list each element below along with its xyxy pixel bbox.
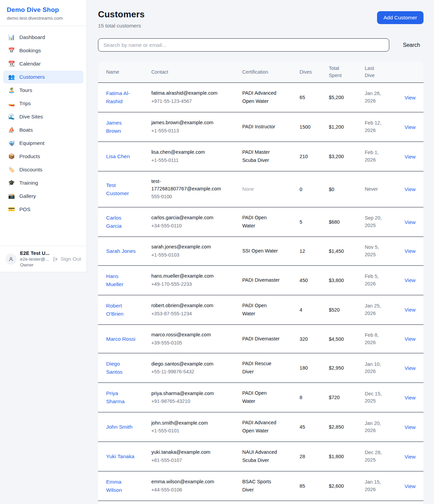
sidebar-item-dive-sites[interactable]: 🌊 Dive Sites	[3, 110, 83, 123]
customer-last-dive: Jan 20, 2026	[365, 420, 389, 435]
customer-total-spent: $2,600	[325, 471, 361, 501]
customer-phone: +1-555-0113	[151, 127, 234, 135]
dashboard-icon: 📊	[8, 35, 15, 40]
column-header-last-dive: Last Dive	[361, 61, 397, 83]
customer-total-spent: $5,200	[325, 83, 361, 112]
customer-certification: SSI Open Water	[242, 247, 278, 255]
view-link[interactable]: View	[405, 424, 415, 430]
customer-total-spent: $2,100	[325, 501, 361, 504]
search-input[interactable]	[98, 38, 389, 52]
view-link[interactable]: View	[405, 95, 415, 100]
customer-phone: +91-98765-43210	[151, 398, 234, 405]
sidebar-item-tours[interactable]: 🏝️ Tours	[3, 84, 83, 97]
sidebar-item-dashboard[interactable]: 📊 Dashboard	[3, 31, 83, 44]
customer-phone: +39-555-0105	[151, 339, 234, 347]
customer-name-link[interactable]: Sarah Jones	[106, 247, 136, 255]
view-link[interactable]: View	[405, 483, 415, 489]
sidebar-item-label: Gallery	[19, 193, 36, 199]
sidebar-item-training[interactable]: 🎓 Training	[3, 176, 83, 189]
sidebar: Demo Dive Shop demo.test.divestreams.com…	[0, 0, 87, 272]
sidebar-item-bookings[interactable]: 📅 Bookings	[3, 44, 83, 57]
customers-icon: 👥	[8, 74, 15, 80]
view-link[interactable]: View	[405, 395, 415, 400]
user-role: Owner	[20, 262, 49, 267]
view-link[interactable]: View	[405, 454, 415, 460]
sidebar-item-label: Dive Sites	[19, 114, 43, 120]
sidebar-item-customers[interactable]: 👥 Customers	[3, 71, 83, 83]
customer-email: yuki.tanaka@example.com	[151, 449, 223, 456]
customer-name-link[interactable]: Fatima Al-Rashid	[106, 89, 136, 106]
sidebar-item-boats[interactable]: ⛵ Boats	[3, 124, 83, 136]
view-link[interactable]: View	[405, 124, 415, 130]
view-link[interactable]: View	[405, 336, 415, 342]
sidebar-item-trips[interactable]: 🚤 Trips	[3, 97, 83, 110]
customer-certification: PADI Rescue Diver	[242, 360, 280, 376]
customer-certification: PADI Divemaster	[242, 276, 279, 284]
view-link[interactable]: View	[405, 186, 415, 192]
customer-name-link[interactable]: Hans Mueller	[106, 272, 136, 288]
shop-domain: demo.test.divestreams.com	[7, 16, 80, 21]
customer-certification: BSAC Sports Diver	[242, 478, 280, 494]
customer-phone: +49-170-555-2233	[151, 281, 234, 288]
customer-name-link[interactable]: Carlos Garcia	[106, 214, 136, 230]
customer-phone: +353-87-555-1234	[151, 310, 234, 318]
sidebar-item-label: Discounts	[19, 167, 42, 173]
sidebar-item-calendar[interactable]: 📆 Calendar	[3, 57, 83, 70]
customer-email: marco.rossi@example.com	[151, 331, 223, 339]
customer-total-spent: $1,800	[325, 442, 361, 471]
customer-total-spent: $4,500	[325, 324, 361, 353]
sidebar-item-products[interactable]: 📦 Products	[3, 150, 83, 163]
customer-name-link[interactable]: James Brown	[106, 119, 136, 135]
customer-name-link[interactable]: Yuki Tanaka	[106, 452, 134, 461]
sign-out-label: Sign Out	[61, 256, 81, 262]
sidebar-item-label: Dashboard	[19, 34, 45, 40]
customer-last-dive: Jan 15, 2026	[365, 479, 389, 493]
customer-name-link[interactable]: Emma Wilson	[106, 478, 136, 494]
customer-name-link[interactable]: Test Customer	[106, 181, 136, 198]
sidebar-item-gallery[interactable]: 📸 Gallery	[3, 190, 83, 203]
customer-last-dive: Nov 5, 2025	[365, 244, 389, 259]
user-email: e2e-tester@...	[20, 257, 49, 262]
column-header-certification: Certification	[238, 61, 295, 83]
sidebar-nav: 📊 Dashboard 📅 Bookings 📆 Calendar 👥 Cust…	[0, 26, 86, 246]
view-link[interactable]: View	[405, 307, 415, 313]
sidebar-item-equipment[interactable]: 🤿 Equipment	[3, 137, 83, 150]
add-customer-button[interactable]: Add Customer	[377, 11, 423, 24]
table-row: Lisa Chen lisa.chen@example.com +1-555-0…	[98, 142, 423, 171]
view-link[interactable]: View	[405, 365, 415, 371]
brand-block: Demo Dive Shop demo.test.divestreams.com	[0, 0, 86, 26]
customer-phone: +55-11-99876-5432	[151, 368, 234, 376]
customer-phone: +971-55-123-4567	[151, 98, 234, 105]
person-icon	[8, 256, 14, 262]
view-link[interactable]: View	[405, 154, 415, 160]
customer-dives: 85	[296, 471, 325, 501]
view-link[interactable]: View	[405, 248, 415, 254]
customer-name-link[interactable]: Robert O'Brien	[106, 302, 136, 318]
customer-certification: None	[242, 185, 254, 193]
table-row: Fatima Al-Rashid fatima.alrashid@example…	[98, 83, 423, 112]
table-row: James Brown james.brown@example.com +1-5…	[98, 112, 423, 142]
sidebar-item-discounts[interactable]: 🏷️ Discounts	[3, 163, 83, 176]
view-link[interactable]: View	[405, 277, 415, 283]
customer-last-dive: Jan 28, 2026	[365, 90, 389, 105]
customer-dives: 8	[296, 383, 325, 412]
customer-last-dive: Feb 8, 2026	[365, 332, 389, 347]
customer-name-link[interactable]: Lisa Chen	[106, 152, 130, 161]
customer-dives: 450	[296, 265, 325, 295]
search-button[interactable]: Search	[399, 42, 423, 48]
customer-name-link[interactable]: Diego Santos	[106, 360, 136, 376]
sidebar-item-pos[interactable]: 💳 POS	[3, 203, 83, 216]
sidebar-item-label: Trips	[19, 100, 31, 107]
sign-out-button[interactable]: Sign Out	[53, 256, 81, 262]
customer-last-dive: Feb 1, 2026	[365, 149, 389, 164]
customer-name-link[interactable]: John Smith	[106, 423, 133, 431]
customer-dives: 12	[296, 237, 325, 266]
customer-last-dive: Jan 10, 2026	[365, 361, 389, 376]
customer-name-link[interactable]: Marco Rossi	[106, 335, 135, 343]
customer-count: 15 total customers	[98, 23, 145, 29]
customer-certification: NAUI Advanced Scuba Diver	[242, 448, 280, 465]
column-header-total-spent: Total Spent	[325, 61, 361, 83]
customer-last-dive: Jan 25, 2026	[365, 302, 389, 317]
customer-name-link[interactable]: Priya Sharma	[106, 389, 136, 406]
view-link[interactable]: View	[405, 219, 415, 225]
